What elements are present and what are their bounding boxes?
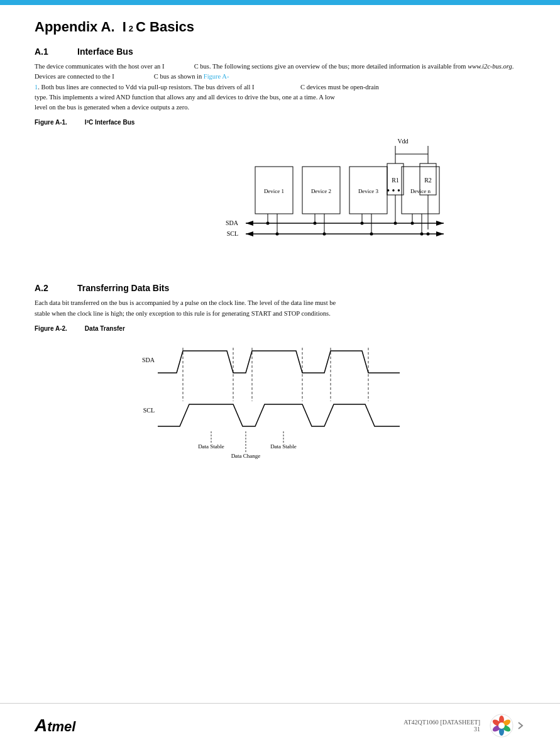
svg-text:Device 2: Device 2 [310,188,331,194]
footer: Atmel AT42QT1060 [DATASHEET] 31 [0,703,560,747]
svg-text:SCL: SCL [143,407,154,414]
footer-icon-area [490,714,525,738]
i2c-bus-svg: Vdd R1 R2 SDA [101,132,459,270]
figure-a2-area: SDA SCL Data Stable Data Stable Data Cha… [35,338,525,464]
appendix-title-text: Appendix A. I [35,19,126,35]
svg-marker-13 [246,221,253,226]
svg-text:Device 1: Device 1 [263,188,283,194]
figure-a2-label-num: Figure A-2. [35,325,67,332]
appendix-title: Appendix A. I2C Basics [35,19,525,35]
superscript-2: 2 [129,24,133,33]
svg-point-68 [498,722,505,729]
section-a1-number: A.1 [35,47,60,57]
figure-a2-label: Figure A-2. Data Transfer [35,325,525,332]
svg-point-44 [420,233,423,236]
footer-chevron-icon [515,721,525,731]
appendix-title-c: C Basics [136,19,194,35]
atmel-logo: Atmel [35,716,75,736]
top-bar [0,0,560,5]
svg-point-45 [393,222,397,225]
svg-point-42 [410,222,414,225]
svg-text:Vdd: Vdd [397,138,408,145]
svg-text:Device n: Device n [410,188,431,194]
footer-doc-title: AT42QT1060 [DATASHEET] [404,719,480,726]
footer-page-number: 31 [404,726,480,733]
svg-point-46 [426,233,429,236]
svg-text:R1: R1 [392,177,399,184]
section-a2-title: Transferring Data Bits [77,283,169,293]
data-transfer-svg: SDA SCL Data Stable Data Stable Data Cha… [129,338,431,464]
figure-a1-label-title: I²C Interface Bus [85,119,135,126]
figure-a1-link[interactable]: Figure A-1 [35,73,229,90]
svg-text:R2: R2 [424,177,432,184]
section-a2-heading: A.2 Transferring Data Bits [35,283,525,293]
section-a2-body: Each data bit transferred on the bus is … [35,298,525,319]
svg-point-23 [266,222,269,225]
svg-text:Data Change: Data Change [231,453,260,459]
svg-marker-18 [436,231,444,236]
section-a1-body: The device communicates with the host ov… [35,62,525,113]
footer-doc-info: AT42QT1060 [DATASHEET] 31 [404,719,480,733]
figure-a1-label-num: Figure A-1. [35,119,67,126]
svg-text:Data Stable: Data Stable [198,443,224,450]
footer-right-area: AT42QT1060 [DATASHEET] 31 [404,714,525,738]
svg-text:SDA: SDA [225,219,238,226]
svg-point-29 [313,222,316,225]
svg-marker-17 [246,231,253,236]
svg-text:Device 3: Device 3 [358,188,378,194]
figure-a1-label: Figure A-1. I²C Interface Bus [35,119,525,126]
main-content: Appendix A. I2C Basics A.1 Interface Bus… [35,19,525,697]
section-a1-title: Interface Bus [77,47,133,57]
section-a1-heading: A.1 Interface Bus [35,47,525,57]
footer-icon-svg [490,714,513,738]
figure-a1-area: Vdd R1 R2 SDA [35,132,525,270]
svg-point-31 [322,233,326,236]
svg-point-35 [360,222,363,225]
svg-marker-14 [436,221,444,226]
figure-a2-label-title: Data Transfer [85,325,125,332]
svg-text:SCL: SCL [226,230,238,237]
svg-text:SDA: SDA [141,357,155,363]
svg-point-25 [275,233,278,236]
svg-point-37 [370,233,373,236]
section-a2-number: A.2 [35,283,60,293]
svg-text:Data Stable: Data Stable [270,443,297,450]
svg-text:• • •: • • • [387,186,400,196]
